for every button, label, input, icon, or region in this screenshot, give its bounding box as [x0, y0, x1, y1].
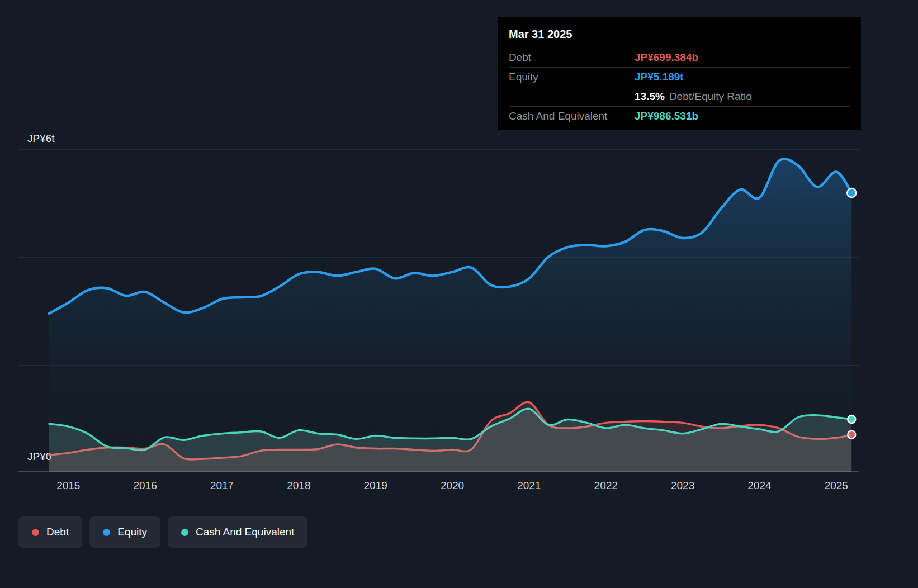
x-axis-label: 2022: [594, 480, 618, 492]
x-axis-label: 2023: [671, 480, 694, 492]
x-axis-label: 2016: [133, 480, 157, 492]
cash-dot-icon: [181, 529, 188, 536]
tooltip-cash-row: Cash And Equivalent JP¥986.531b: [509, 106, 850, 126]
y-axis-label-top: JP¥6t: [27, 132, 55, 145]
equity-end-marker-icon: [847, 188, 856, 197]
x-axis-label: 2025: [825, 480, 848, 492]
x-axis-label: 2015: [56, 480, 80, 492]
tooltip-ratio-value: 13.5%: [635, 91, 665, 102]
x-axis-label: 2018: [287, 480, 310, 492]
tooltip-debt-row: Debt JP¥699.384b: [509, 48, 850, 67]
equity-dot-icon: [103, 529, 110, 536]
tooltip-cash-label: Cash And Equivalent: [509, 110, 635, 122]
x-axis-label: 2020: [441, 480, 464, 492]
chart-legend: Debt Equity Cash And Equivalent: [18, 516, 307, 548]
x-axis: 2015201620172018201920202021202220232024…: [18, 480, 859, 495]
debt-dot-icon: [32, 529, 39, 536]
chart-tooltip: Mar 31 2025 Debt JP¥699.384b Equity JP¥5…: [498, 17, 861, 130]
legend-debt-button[interactable]: Debt: [18, 516, 82, 548]
tooltip-ratio-label: Debt/Equity Ratio: [669, 91, 752, 102]
cash-end-marker-icon: [848, 415, 855, 423]
legend-debt-label: Debt: [46, 526, 69, 538]
legend-cash-label: Cash And Equivalent: [196, 526, 294, 538]
x-axis-label: 2017: [210, 480, 234, 492]
legend-equity-button[interactable]: Equity: [89, 516, 160, 548]
x-axis-label: 2019: [364, 480, 387, 492]
x-axis-label: 2024: [747, 480, 771, 492]
tooltip-cash-value: JP¥986.531b: [635, 110, 850, 122]
debt-equity-history-chart: JP¥6t JP¥0 20152016201720182019202020212…: [0, 0, 918, 588]
tooltip-debt-label: Debt: [509, 51, 635, 64]
chart-plot-area[interactable]: [18, 149, 859, 472]
tooltip-date: Mar 31 2025: [509, 23, 850, 48]
tooltip-debt-value: JP¥699.384b: [635, 51, 850, 64]
x-axis-label: 2021: [517, 480, 541, 492]
chart-canvas[interactable]: [18, 149, 859, 472]
legend-equity-label: Equity: [117, 526, 147, 538]
legend-cash-button[interactable]: Cash And Equivalent: [168, 516, 307, 548]
tooltip-equity-row: Equity JP¥5.189t: [509, 67, 850, 87]
tooltip-equity-value: JP¥5.189t: [635, 71, 850, 83]
tooltip-equity-label: Equity: [509, 71, 635, 83]
tooltip-ratio-row: 13.5%Debt/Equity Ratio: [509, 87, 850, 106]
